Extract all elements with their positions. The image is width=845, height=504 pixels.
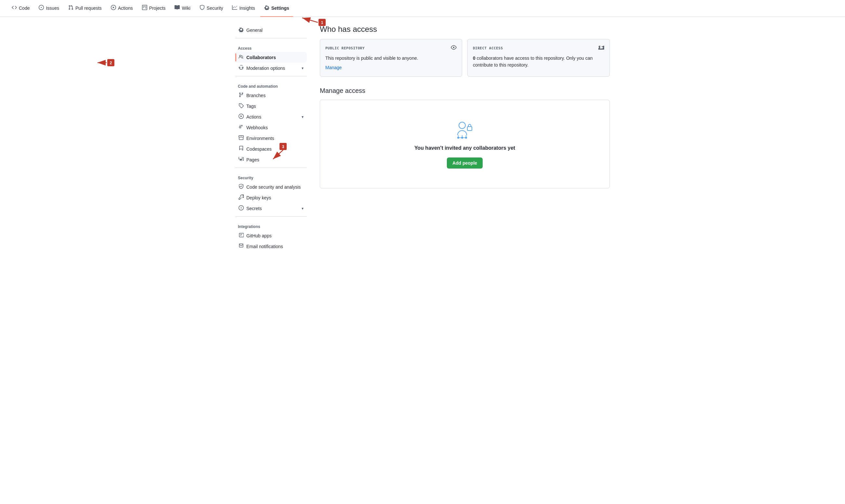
nav-wiki[interactable]: Wiki — [171, 0, 194, 17]
manage-empty-text: You haven't invited any collaborators ye… — [327, 145, 603, 151]
pages-icon — [239, 157, 244, 163]
nav-issues-label: Issues — [46, 5, 59, 11]
sidebar-item-moderation[interactable]: Moderation options ▾ — [235, 63, 307, 73]
sidebar-item-collaborators[interactable]: Collaborators — [235, 52, 307, 63]
branches-label: Branches — [246, 93, 265, 98]
nav-pull-requests[interactable]: Pull requests — [64, 0, 106, 17]
environments-label: Environments — [246, 136, 274, 141]
tags-label: Tags — [246, 104, 256, 109]
manage-link[interactable]: Manage — [325, 64, 342, 71]
top-nav: Code Issues Pull requests Actions Projec… — [0, 0, 845, 17]
direct-access-desc-text: collaborators have access to this reposi… — [473, 56, 593, 68]
who-has-access-title: Who has access — [320, 25, 610, 34]
actions-icon — [111, 5, 116, 11]
sidebar-divider-3 — [235, 167, 307, 168]
nav-settings-label: Settings — [271, 5, 289, 11]
sidebar-item-email-notifications[interactable]: Email notifications — [235, 241, 307, 252]
main-content: Who has access PUBLIC REPOSITORY This re… — [320, 25, 610, 252]
nav-security[interactable]: Security — [196, 0, 227, 17]
nav-projects[interactable]: Projects — [138, 0, 170, 17]
direct-access-label: DIRECT ACCESS — [473, 46, 503, 50]
add-people-button[interactable]: Add people — [447, 158, 483, 168]
sidebar-item-actions[interactable]: Actions ▾ — [235, 111, 307, 122]
svg-rect-1 — [467, 127, 472, 130]
tags-icon — [239, 103, 244, 109]
nav-insights-label: Insights — [239, 5, 255, 11]
pages-label: Pages — [246, 157, 259, 162]
webhooks-icon — [239, 124, 244, 130]
nav-settings[interactable]: Settings — [260, 0, 293, 17]
nav-insights[interactable]: Insights — [228, 0, 259, 17]
code-security-icon — [239, 184, 244, 190]
email-notifications-label: Email notifications — [246, 244, 283, 249]
pull-request-icon — [68, 5, 73, 11]
sidebar-item-environments[interactable]: Environments — [235, 133, 307, 144]
sidebar-actions-icon — [239, 114, 244, 120]
github-apps-icon — [239, 233, 244, 239]
code-security-label: Code security and analysis — [246, 184, 300, 190]
sidebar-item-webhooks[interactable]: Webhooks — [235, 122, 307, 133]
sidebar-section-access: Access — [235, 43, 307, 52]
collaborators-label: Collaborators — [246, 55, 276, 60]
nav-wiki-label: Wiki — [182, 5, 190, 11]
moderation-icon — [239, 65, 244, 71]
sidebar-item-secrets[interactable]: Secrets ▾ — [235, 203, 307, 214]
moderation-label: Moderation options — [246, 66, 285, 71]
sidebar: General Access Collaborators Moderation … — [235, 25, 307, 252]
sidebar-item-general[interactable]: General — [235, 25, 307, 35]
sidebar-item-pages[interactable]: Pages — [235, 154, 307, 165]
public-repo-card-header: PUBLIC REPOSITORY — [325, 44, 456, 52]
public-repo-description: This repository is public and visible to… — [325, 55, 456, 71]
sidebar-item-deploy-keys[interactable]: Deploy keys — [235, 192, 307, 203]
webhooks-label: Webhooks — [246, 125, 268, 130]
public-repo-card: PUBLIC REPOSITORY This repository is pub… — [320, 39, 462, 77]
secrets-label: Secrets — [246, 206, 262, 211]
svg-rect-13 — [107, 59, 115, 66]
sidebar-section-integrations: Integrations — [235, 222, 307, 230]
direct-access-card: DIRECT ACCESS 0 collaborators have acces… — [467, 39, 610, 77]
nav-security-label: Security — [207, 5, 223, 11]
layout: General Access Collaborators Moderation … — [227, 17, 618, 259]
security-icon — [200, 5, 205, 11]
sidebar-divider-1 — [235, 38, 307, 38]
direct-access-person-icon — [598, 44, 604, 52]
sidebar-item-branches[interactable]: Branches — [235, 90, 307, 101]
manage-access-illustration — [327, 120, 603, 140]
sidebar-item-codespaces[interactable]: Codespaces — [235, 144, 307, 154]
nav-code[interactable]: Code — [8, 0, 33, 17]
actions-chevron-icon: ▾ — [301, 115, 304, 119]
nav-pull-requests-label: Pull requests — [75, 5, 102, 11]
settings-icon — [264, 5, 270, 11]
insights-icon — [232, 5, 237, 11]
sidebar-section-code: Code and automation — [235, 82, 307, 90]
email-notifications-icon — [239, 243, 244, 249]
sidebar-divider-4 — [235, 216, 307, 217]
issues-icon — [39, 5, 44, 11]
sidebar-item-github-apps[interactable]: GitHub apps — [235, 230, 307, 241]
secrets-chevron-icon: ▾ — [301, 206, 304, 211]
direct-access-description: 0 collaborators have access to this repo… — [473, 55, 604, 69]
code-icon — [12, 5, 17, 11]
direct-access-card-header: DIRECT ACCESS — [473, 44, 604, 52]
general-label: General — [246, 28, 263, 33]
manage-access-box: You haven't invited any collaborators ye… — [320, 100, 610, 188]
deploy-keys-icon — [239, 195, 244, 201]
collaborators-icon — [239, 54, 244, 60]
nav-projects-label: Projects — [149, 5, 166, 11]
public-repo-label: PUBLIC REPOSITORY — [325, 46, 365, 50]
deploy-keys-label: Deploy keys — [246, 195, 271, 200]
environments-icon — [239, 135, 244, 141]
moderation-chevron-icon: ▾ — [301, 66, 304, 70]
general-icon — [239, 27, 244, 33]
nav-actions-label: Actions — [118, 5, 133, 11]
wiki-icon — [174, 5, 180, 11]
github-apps-label: GitHub apps — [246, 233, 272, 238]
public-repo-desc-text: This repository is public and visible to… — [325, 56, 418, 61]
sidebar-item-tags[interactable]: Tags — [235, 101, 307, 111]
branches-icon — [239, 92, 244, 98]
svg-point-0 — [459, 122, 465, 129]
sidebar-item-code-security[interactable]: Code security and analysis — [235, 182, 307, 192]
nav-issues[interactable]: Issues — [35, 0, 63, 17]
nav-actions[interactable]: Actions — [107, 0, 137, 17]
access-cards: PUBLIC REPOSITORY This repository is pub… — [320, 39, 610, 77]
